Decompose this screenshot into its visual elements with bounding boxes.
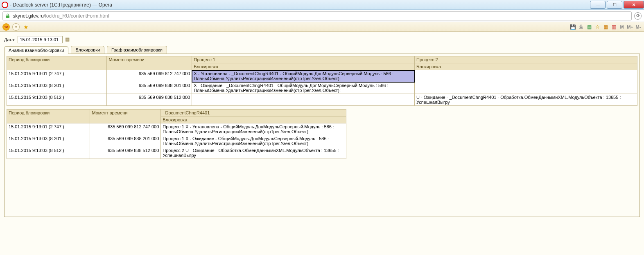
dropdown-icon[interactable]: ▾ — [12, 23, 20, 31]
home-1c-icon[interactable]: 1c — [2, 23, 10, 31]
window-title: - Deadlock server (1С:Предприятие) — Ope… — [10, 2, 589, 8]
address-bar: skynet.gilev.ru/lock/ru_RU/contentForm.h… — [0, 10, 644, 22]
table-row[interactable]: 15.01.2015 9:13:03 (8 512 ) 635 569 099 … — [7, 94, 637, 106]
save-icon[interactable]: 💾 — [569, 24, 576, 30]
favorite-icon[interactable]: ★ — [22, 23, 29, 31]
window-maximize-button[interactable]: ☐ — [607, 1, 622, 9]
table-row[interactable]: 15.01.2015 9:13:03 (8 201 ) 635 569 099 … — [7, 135, 346, 147]
cell-moment: 635 569 099 838 512 000 — [107, 94, 192, 106]
cell-moment: 635 569 099 838 512 000 — [90, 147, 161, 159]
tabs: Анализ взаимоблокировки Блокировки Граф … — [4, 46, 640, 54]
sync-icon[interactable]: ⟳ — [634, 12, 642, 20]
cell-moment: 635 569 099 812 747 000 — [107, 70, 192, 82]
col-lock[interactable]: Блокировка — [161, 116, 346, 123]
col-proc2[interactable]: Процесс 2 — [415, 56, 637, 63]
app-toolbar: 1c ▾ ★ 💾 🖶 ▤ ☆ ▦ ▥ M M+ M- — [0, 22, 644, 32]
lock-icon — [5, 13, 10, 18]
memory-mminus-button[interactable]: M- — [635, 24, 642, 30]
svg-rect-0 — [6, 16, 9, 18]
col-lock1[interactable]: Блокировка — [192, 63, 415, 70]
cell-proc1 — [192, 94, 415, 106]
table-row[interactable]: 15.01.2015 9:13:01 (2 747 ) 635 569 099 … — [7, 70, 637, 82]
cell-text: Процесс 2 U - Ожидание - Обработка.Обмен… — [161, 147, 346, 159]
tab-content: Период блокировки Момент времени Процесс… — [4, 54, 640, 217]
cell-period: 15.01.2015 9:13:03 (8 512 ) — [7, 147, 90, 159]
col-period[interactable]: Период блокировки — [7, 56, 107, 70]
url-text: skynet.gilev.ru/lock/ru_RU/contentForm.h… — [13, 13, 109, 19]
star-icon[interactable]: ☆ — [594, 24, 601, 30]
calendar-picker-icon[interactable]: ▦ — [65, 36, 72, 43]
date-input[interactable] — [18, 36, 63, 43]
cell-proc2 — [415, 82, 637, 94]
col-moment[interactable]: Момент времени — [90, 110, 161, 123]
table-row[interactable]: 15.01.2015 9:13:03 (8 201 ) 635 569 099 … — [7, 82, 637, 94]
table-row[interactable]: 15.01.2015 9:13:01 (2 747 ) 635 569 099 … — [7, 123, 346, 135]
tab-graph[interactable]: Граф взаимоблокировки — [107, 46, 167, 54]
tab-locks[interactable]: Блокировки — [71, 46, 104, 54]
table-row[interactable]: 15.01.2015 9:13:03 (8 512 ) 635 569 099 … — [7, 147, 346, 159]
memory-m-button[interactable]: M — [619, 24, 625, 30]
date-row: Дата: ▦ — [4, 36, 640, 43]
cell-period: 15.01.2015 9:13:03 (8 512 ) — [7, 94, 107, 106]
deadlock-table-2: Период блокировки Момент времени _Docume… — [7, 109, 346, 159]
memory-mplus-button[interactable]: M+ — [627, 24, 633, 30]
cell-proc1-selected[interactable]: X - Установлена - _DocumentChngR4401 - О… — [192, 70, 415, 82]
deadlock-table-1: Период блокировки Момент времени Процесс… — [7, 56, 637, 106]
cell-period: 15.01.2015 9:13:01 (2 747 ) — [7, 70, 107, 82]
window-minimize-button[interactable]: — — [590, 1, 606, 9]
cell-moment: 635 569 099 838 201 000 — [90, 135, 161, 147]
cell-proc1: X - Ожидание - _DocumentChngR4401 - Общи… — [192, 82, 415, 94]
cell-proc2: U - Ожидание - _DocumentChngR4401 - Обра… — [415, 94, 637, 106]
url-field[interactable]: skynet.gilev.ru/lock/ru_RU/contentForm.h… — [2, 11, 632, 20]
col-doc[interactable]: _DocumentChngR4401 — [161, 110, 346, 116]
content-viewport: Дата: ▦ Анализ взаимоблокировки Блокиров… — [0, 32, 644, 255]
cell-moment: 635 569 099 812 747 000 — [90, 123, 161, 135]
calendar-icon[interactable]: ▥ — [610, 24, 617, 30]
cell-period: 15.01.2015 9:13:03 (8 201 ) — [7, 135, 90, 147]
opera-icon — [2, 2, 8, 8]
cell-text: Процесс 1 X - Ожидание - ОбщийМодуль.Доп… — [161, 135, 346, 147]
calculator-icon[interactable]: ▦ — [602, 24, 609, 30]
cell-proc2 — [415, 70, 637, 82]
cell-moment: 635 569 099 838 201 000 — [107, 82, 192, 94]
cell-text: Процесс 1 X - Установлена - ОбщийМодуль.… — [161, 123, 346, 135]
cell-period: 15.01.2015 9:13:01 (2 747 ) — [7, 123, 90, 135]
col-period[interactable]: Период блокировки — [7, 110, 90, 123]
col-moment[interactable]: Момент времени — [107, 56, 192, 70]
cell-period: 15.01.2015 9:13:03 (8 201 ) — [7, 82, 107, 94]
window-titlebar: - Deadlock server (1С:Предприятие) — Ope… — [0, 0, 644, 10]
col-proc1[interactable]: Процесс 1 — [192, 56, 415, 63]
tab-analysis[interactable]: Анализ взаимоблокировки — [4, 46, 68, 54]
print-icon[interactable]: 🖶 — [578, 24, 584, 30]
col-lock2[interactable]: Блокировка — [415, 63, 637, 70]
date-label: Дата: — [4, 37, 15, 42]
document-icon[interactable]: ▤ — [586, 24, 592, 30]
window-close-button[interactable]: ✕ — [624, 1, 644, 9]
